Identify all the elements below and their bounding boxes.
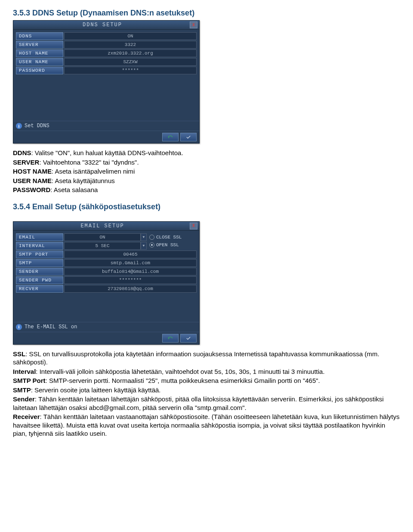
smtp-port-label: SMTP PORT [16, 251, 63, 258]
email-label: EMAIL [16, 233, 63, 241]
email-status-bar: i The E-MAIL SSL on [13, 322, 199, 332]
sender-label: SENDER [16, 268, 63, 275]
close-icon[interactable]: X [190, 21, 197, 28]
back-button[interactable] [162, 133, 179, 141]
back-button[interactable] [162, 334, 179, 342]
ddns-dialog: DDNS SETUP X DDNS ON SERVER 3322 HOST NA… [13, 20, 200, 144]
password-field[interactable]: ****** [64, 67, 197, 74]
password-label: PASSWORD [16, 67, 63, 74]
section-heading-email: 3.5.4 Email Setup (sähköpostiasetukset) [13, 202, 400, 211]
smtp-field[interactable]: smtp.Gmail.com [64, 259, 197, 267]
smtp-label: SMTP [16, 259, 63, 267]
ddns-label: DDNS [16, 32, 63, 40]
ok-button[interactable] [180, 133, 197, 141]
ddns-field[interactable]: ON [64, 32, 197, 40]
hostname-label: HOST NAME [16, 49, 63, 57]
sender-field[interactable]: buffalo814@Gmail.com [64, 268, 197, 275]
close-ssl-radio[interactable]: CLOSE SSL [149, 233, 197, 241]
username-label: USER NAME [16, 58, 63, 66]
recver-field[interactable]: 273298618@qq.com [64, 285, 197, 293]
ddns-title-text: DDNS SETUP [15, 22, 190, 28]
close-icon[interactable]: X [190, 223, 197, 229]
chevron-down-icon[interactable]: ▼ [141, 242, 147, 250]
info-icon: i [16, 123, 22, 129]
ddns-status-text: Set DDNS [25, 123, 49, 129]
ddns-titlebar: DDNS SETUP X [13, 21, 199, 30]
interval-label: INTERVAL [16, 242, 63, 250]
ddns-status-bar: i Set DDNS [13, 121, 199, 131]
recver-label: RECVER [16, 285, 63, 293]
sender-pwd-label: SENDER PWD [16, 276, 63, 284]
chevron-down-icon[interactable]: ▼ [141, 233, 147, 241]
email-dropdown[interactable]: ON [64, 233, 141, 241]
section-heading-ddns: 3.5.3 DDNS Setup (Dynaamisen DNS:n asetu… [13, 9, 400, 18]
ok-button[interactable] [180, 334, 197, 342]
username-field[interactable]: SZZXW [64, 58, 197, 66]
email-title-text: EMAIL SETUP [15, 223, 190, 229]
server-field[interactable]: 3322 [64, 41, 197, 49]
email-status-text: The E-MAIL SSL on [25, 324, 77, 330]
sender-pwd-field[interactable]: ******** [64, 276, 197, 284]
interval-dropdown[interactable]: 5 SEC [64, 242, 141, 250]
email-description: SSL: SSL on turvallisuusprotokolla jota … [13, 350, 400, 438]
server-label: SERVER [16, 41, 63, 49]
smtp-port-field[interactable]: 00465 [64, 251, 197, 258]
email-titlebar: EMAIL SETUP X [13, 222, 199, 231]
ddns-description: DDNS: Valitse "ON", kun haluat käyttää D… [13, 149, 400, 194]
hostname-field[interactable]: zxm2010.3322.org [64, 49, 197, 57]
info-icon: i [16, 324, 22, 330]
open-ssl-radio[interactable]: OPEN SSL [149, 241, 197, 249]
email-dialog: EMAIL SETUP X EMAIL ON ▼ INTERVAL 5 SEC … [13, 221, 200, 345]
